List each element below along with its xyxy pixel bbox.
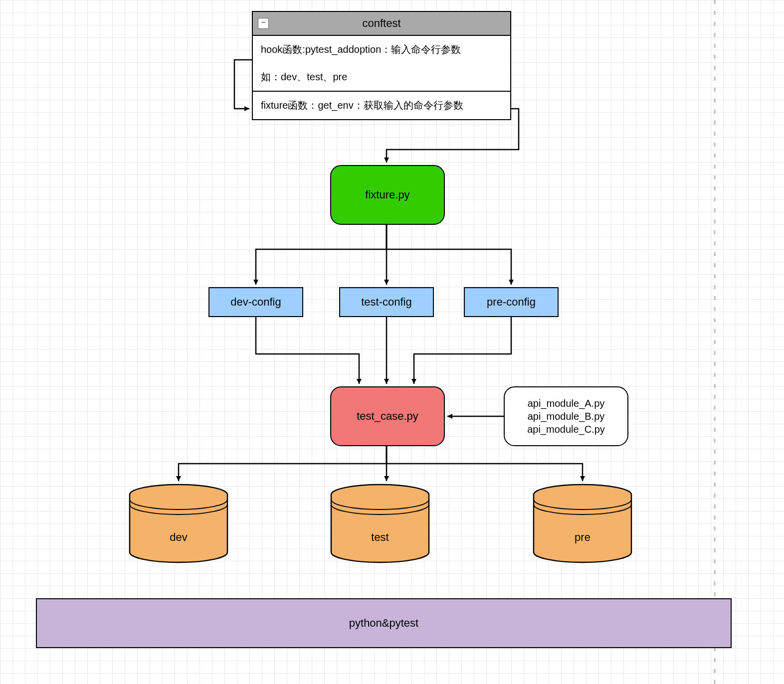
dev-config-label: dev-config <box>230 296 281 309</box>
footer-label: python&pytest <box>349 617 418 630</box>
test-config-label: test-config <box>361 296 412 309</box>
conftest-row-hook: hook函数:pytest_addoption：输入命令行参数 <box>253 36 510 63</box>
collapse-icon[interactable]: − <box>258 18 269 29</box>
api-module-a: api_module_A.py <box>528 397 605 410</box>
api-module-c: api_module_C.py <box>527 423 605 436</box>
db-test[interactable]: test <box>330 484 430 563</box>
api-module-b: api_module_B.py <box>528 410 605 423</box>
db-dev[interactable]: dev <box>129 484 228 563</box>
conftest-box[interactable]: − conftest hook函数:pytest_addoption：输入命令行… <box>252 11 511 120</box>
conftest-row-fixture: fixture函数：get_env：获取输入的命令行参数 <box>253 91 510 119</box>
database-icon <box>129 484 228 563</box>
footer-bar[interactable]: python&pytest <box>36 598 732 648</box>
dev-config-node[interactable]: dev-config <box>208 287 303 317</box>
db-pre-label: pre <box>533 531 632 544</box>
conftest-row-example: 如：dev、test、pre <box>253 63 510 91</box>
fixture-label: fixture.py <box>365 188 409 201</box>
pre-config-node[interactable]: pre-config <box>464 287 559 317</box>
pre-config-label: pre-config <box>487 296 536 309</box>
testcase-node[interactable]: test_case.py <box>330 386 445 446</box>
test-config-node[interactable]: test-config <box>339 287 434 317</box>
conftest-header: − conftest <box>253 12 510 36</box>
conftest-title: conftest <box>362 17 400 29</box>
db-test-label: test <box>330 531 430 544</box>
database-icon <box>533 484 632 563</box>
database-icon <box>330 484 430 563</box>
api-modules-node[interactable]: api_module_A.py api_module_B.py api_modu… <box>504 386 628 446</box>
db-dev-label: dev <box>129 531 228 544</box>
fixture-node[interactable]: fixture.py <box>330 165 445 225</box>
db-pre[interactable]: pre <box>533 484 632 563</box>
testcase-label: test_case.py <box>357 410 418 423</box>
